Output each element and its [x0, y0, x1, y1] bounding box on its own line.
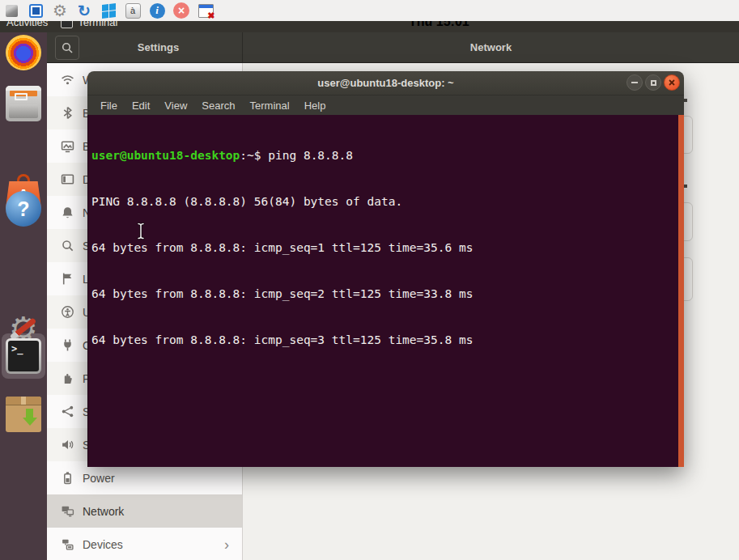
maximize-button[interactable] [645, 74, 661, 91]
vm-uninstall-icon[interactable]: ✖ [197, 2, 214, 19]
wifi-icon [60, 73, 74, 87]
vm-fullscreen-icon[interactable] [27, 2, 45, 19]
terminal-dock-icon[interactable]: >_ [6, 338, 41, 374]
close-icon [668, 78, 676, 87]
dock-icon [60, 172, 74, 187]
clock[interactable]: Thu 15:01 [409, 21, 469, 32]
terminal-titlebar[interactable]: user@ubuntu18-desktop: ~ [87, 71, 684, 95]
privacy-icon [60, 371, 74, 386]
sidebar-item-network[interactable]: Network [47, 494, 242, 528]
activities-button[interactable]: Activities [6, 21, 48, 28]
vm-refresh-icon[interactable]: ↻ [75, 2, 93, 19]
background-icon [60, 139, 74, 154]
vm-keyboard-icon[interactable]: à [124, 2, 142, 19]
minimize-button[interactable] [626, 74, 643, 91]
vm-info-icon[interactable]: i [148, 2, 166, 19]
vm-close-icon[interactable]: × [172, 2, 190, 19]
menu-edit[interactable]: Edit [125, 100, 157, 112]
vm-windows-icon[interactable] [100, 2, 117, 19]
firefox-icon[interactable] [6, 35, 41, 70]
app-menu-terminal[interactable]: Terminal [61, 21, 117, 28]
magnifier-icon [61, 41, 74, 54]
terminal-screen[interactable]: user@ubuntu18-desktop:~$ ping 8.8.8.8 PI… [87, 115, 684, 467]
screen: ⚙ ↻ à i × ✖ Activities Terminal Thu 15:0… [0, 0, 739, 560]
sidebar-label: Network [83, 505, 124, 518]
add-vpn-button-fragment[interactable] [684, 185, 687, 188]
vm-toolbar: ⚙ ↻ à i × ✖ [0, 0, 739, 21]
files-icon[interactable] [6, 86, 41, 121]
menu-view[interactable]: View [157, 100, 194, 112]
terminal-scrollbar[interactable] [678, 115, 684, 467]
devices-icon [60, 537, 74, 552]
menu-help[interactable]: Help [297, 100, 333, 112]
terminal-app-icon [61, 21, 73, 28]
terminal-window: user@ubuntu18-desktop: ~ File Edit View … [87, 71, 684, 467]
output-line: PING 8.8.8.8 (8.8.8.8) 56(84) bytes of d… [91, 194, 684, 210]
vm-settings-gear-icon[interactable]: ⚙ [51, 2, 69, 19]
app-menu-label: Terminal [78, 21, 117, 28]
chevron-right-icon: › [224, 537, 229, 552]
language-icon [60, 272, 74, 286]
sidebar-item-devices[interactable]: Devices › [47, 528, 242, 560]
output-line: 64 bytes from 8.8.8.8: icmp_seq=3 ttl=12… [91, 333, 684, 348]
menu-search[interactable]: Search [194, 100, 242, 112]
mouse-cursor-ibeam [135, 222, 147, 240]
gnome-top-bar: Activities Terminal Thu 15:01 [0, 21, 739, 32]
settings-headerbar: Settings Network [47, 32, 739, 63]
output-line: 64 bytes from 8.8.8.8: icmp_seq=1 ttl=12… [91, 240, 684, 256]
notifications-icon [60, 206, 74, 220]
sidebar-label: Power [83, 472, 115, 485]
menu-terminal[interactable]: Terminal [243, 100, 297, 112]
search-button[interactable] [55, 36, 79, 60]
command-text: ping 8.8.8.8 [268, 149, 353, 162]
add-wired-button-fragment[interactable] [684, 99, 687, 102]
network-icon [60, 504, 74, 519]
prompt-line: user@ubuntu18-desktop:~$ ping 8.8.8.8 [91, 148, 684, 163]
shell-prompt: user@ubuntu18-desktop [91, 149, 240, 162]
settings-headerbar-main: Network [243, 32, 739, 62]
vm-package-icon[interactable] [2, 2, 20, 19]
online-accounts-icon [60, 338, 74, 353]
help-icon[interactable]: ? [6, 191, 41, 227]
sound-icon [60, 438, 74, 452]
output-line: 64 bytes from 8.8.8.8: icmp_seq=2 ttl=12… [91, 286, 684, 302]
settings-headerbar-left: Settings [47, 32, 243, 62]
dock: A ? ⚙ >_ [0, 32, 47, 560]
bluetooth-icon [60, 106, 74, 121]
package-installer-icon[interactable] [6, 397, 41, 432]
sidebar-label: Devices [83, 538, 123, 551]
prompt-suffix: :~$ [240, 149, 268, 162]
power-icon [60, 471, 74, 486]
close-button[interactable] [664, 74, 680, 91]
page-title: Network [470, 41, 512, 53]
sharing-icon [60, 405, 74, 419]
settings-title: Settings [138, 41, 179, 53]
search-icon [60, 239, 74, 253]
universal-access-icon [60, 305, 74, 320]
menu-file[interactable]: File [93, 100, 125, 112]
terminal-menubar: File Edit View Search Terminal Help [87, 95, 684, 115]
window-title: user@ubuntu18-desktop: ~ [87, 71, 684, 95]
